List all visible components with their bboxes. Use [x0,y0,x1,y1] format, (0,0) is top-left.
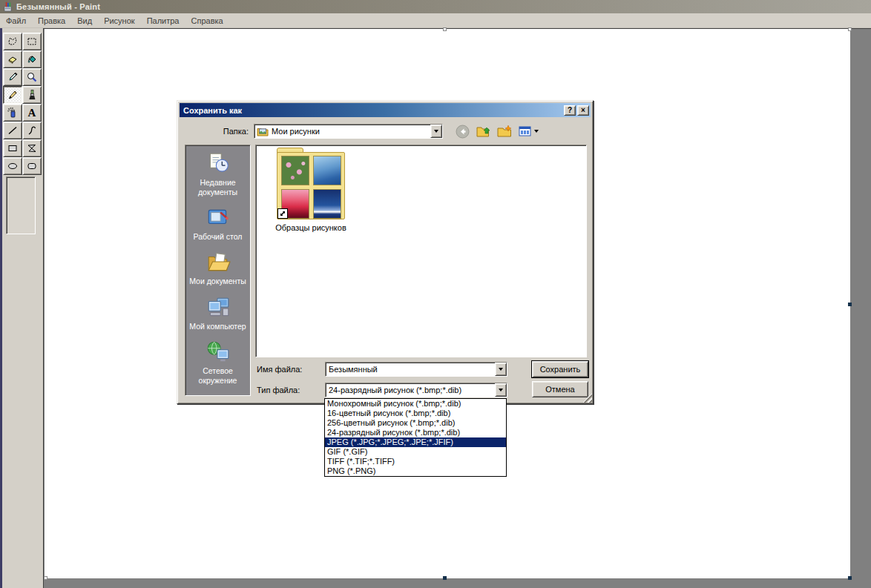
dialog-title: Сохранить как [183,106,562,115]
place-network[interactable]: Сетевое окружение [185,340,250,386]
tool-curve-button[interactable] [22,122,42,139]
shortcut-arrow-icon [277,208,288,219]
canvas-handle-right-middle[interactable] [848,303,852,306]
pencil-icon [7,89,19,101]
place-label: Мои документы [187,277,249,286]
filetype-option-png[interactable]: PNG (*.PNG) [325,466,506,476]
tool-magnifier-button[interactable] [22,68,42,86]
my-computer-icon [205,295,231,320]
view-menu-button[interactable] [519,125,539,137]
free-form-select-icon [7,36,19,47]
text-icon: A [28,108,36,119]
tool-brush-button[interactable] [22,86,42,104]
tool-options-box[interactable] [6,176,36,234]
tool-grid: A [3,33,43,175]
thumbnail-water [313,189,341,219]
line-icon [7,125,19,136]
up-one-level-button[interactable] [476,125,490,138]
create-new-folder-button[interactable] [497,125,512,138]
tool-rectangle-button[interactable] [3,139,22,157]
tool-fill-button[interactable] [22,50,42,68]
back-icon [456,125,470,139]
brush-icon [26,89,38,101]
filetype-dropdown-button[interactable] [495,383,507,397]
tool-line-button[interactable] [3,122,22,139]
chevron-down-icon [534,130,539,133]
tool-free-form-select-button[interactable] [3,33,22,50]
filetype-option-gif[interactable]: GIF (*.GIF) [325,447,506,457]
curve-icon [26,125,38,136]
filename-combobox[interactable]: Безымянный [325,362,507,377]
filetype-combobox[interactable]: 24-разрядный рисунок (*.bmp;*.dib) [325,383,507,397]
menu-image[interactable]: Рисунок [98,15,141,27]
window-left-border [0,28,2,588]
dialog-resize-grip[interactable] [582,393,592,403]
filetype-option-24bit[interactable]: 24-разрядный рисунок (*.bmp;*.dib) [325,428,506,437]
recent-documents-icon [206,151,231,176]
thumbnail-blue-hills [313,156,341,185]
tool-eraser-button[interactable] [3,50,22,68]
filetype-option-monochrome[interactable]: Монохромный рисунок (*.bmp;*.dib) [325,399,506,409]
filename-label: Имя файла: [257,365,325,374]
folder-label: Папка: [180,127,254,136]
menu-view[interactable]: Вид [71,15,98,27]
menu-help[interactable]: Справка [185,15,229,27]
folder-combobox[interactable]: Мои рисунки [254,124,443,139]
my-pictures-folder-icon [257,126,269,136]
menu-edit[interactable]: Правка [32,15,71,27]
dialog-titlebar[interactable]: Сохранить как ? × [180,103,591,117]
filetype-row: Тип файла: 24-разрядный рисунок (*.bmp;*… [257,383,507,397]
eraser-icon [7,53,19,65]
dialog-nav-toolbar [456,125,539,139]
back-button[interactable] [456,125,470,139]
filename-value[interactable]: Безымянный [326,363,495,375]
place-desktop[interactable]: Рабочий стол [185,205,250,242]
help-button[interactable]: ? [564,105,576,116]
filetype-dropdown-list: Монохромный рисунок (*.bmp;*.dib) 16-цве… [324,398,507,477]
place-my-computer[interactable]: Мой компьютер [185,295,250,331]
filetype-value: 24-разрядный рисунок (*.bmp;*.dib) [326,384,495,396]
filetype-option-jpeg[interactable]: JPEG (*.JPG;*.JPEG;*.JPE;*.JFIF) [325,437,506,447]
ellipse-icon [7,160,19,172]
close-button[interactable]: × [577,105,589,116]
menu-file[interactable]: Файл [0,15,32,27]
save-button[interactable]: Сохранить [532,361,588,377]
menu-bar: Файл Правка Вид Рисунок Палитра Справка [0,13,871,28]
tool-text-button[interactable]: A [22,104,42,122]
rectangle-icon [7,142,19,154]
thumbnail-flowers [281,156,309,185]
up-one-level-icon [476,125,490,138]
filename-dropdown-button[interactable] [495,363,507,376]
fill-bucket-icon [26,53,38,65]
place-my-documents[interactable]: Мои документы [185,250,250,286]
network-places-icon [205,340,231,365]
filetype-option-256color[interactable]: 256-цветный рисунок (*.bmp;*.dib) [325,418,506,428]
cancel-button[interactable]: Отмена [532,381,588,397]
folder-dropdown-button[interactable] [430,125,442,138]
place-recent-documents[interactable]: Недавние документы [185,151,250,197]
place-label: Мой компьютер [187,322,249,331]
sample-pictures-folder-icon [277,148,345,219]
tool-pick-color-button[interactable] [3,68,22,86]
place-label: Недавние документы [187,178,249,197]
menu-palette[interactable]: Палитра [141,15,185,27]
desktop-icon [206,205,231,231]
filetype-option-tiff[interactable]: TIFF (*.TIF;*.TIFF) [325,457,506,466]
tool-ellipse-button[interactable] [3,157,22,175]
place-label: Сетевое окружение [187,366,249,386]
canvas-handle-bottom-right[interactable] [848,576,852,580]
tool-polygon-button[interactable] [22,139,42,157]
tool-select-button[interactable] [22,33,42,50]
tool-rounded-rectangle-button[interactable] [22,157,42,175]
create-new-folder-icon [497,125,512,138]
canvas-handle-top-right [848,27,852,31]
file-list[interactable]: Образцы рисунков [255,145,587,357]
tool-pencil-button[interactable] [3,86,22,104]
chevron-down-icon [499,368,503,371]
tool-airbrush-button[interactable] [3,104,22,122]
list-item-sample-pictures[interactable]: Образцы рисунков [266,148,355,232]
window-title: Безымянный - Paint [16,2,100,11]
filetype-option-16color[interactable]: 16-цветный рисунок (*.bmp;*.dib) [325,409,506,418]
canvas-handle-bottom-center[interactable] [443,576,447,580]
app-titlebar[interactable]: Безымянный - Paint [0,0,871,13]
